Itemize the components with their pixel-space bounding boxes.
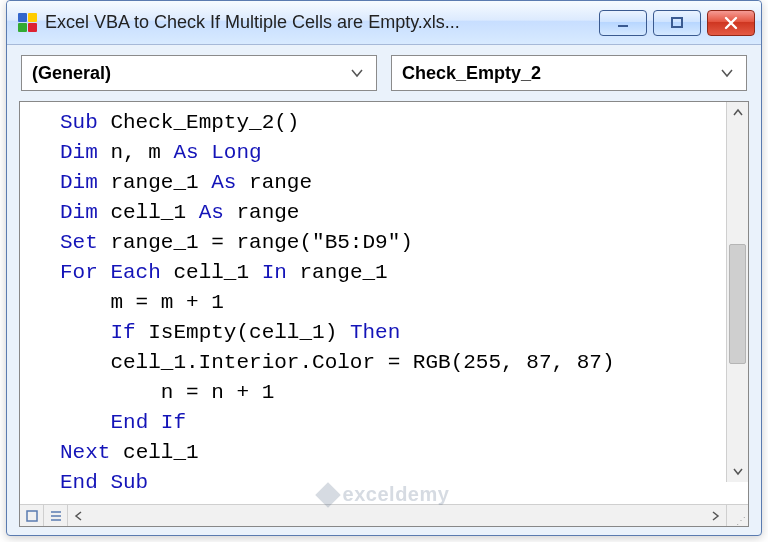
procedure-view-icon[interactable]	[20, 505, 44, 527]
procedure-combo-text: Check_Empty_2	[402, 63, 541, 84]
minimize-icon	[615, 15, 631, 31]
vertical-scroll-track[interactable]	[727, 124, 748, 460]
scroll-right-icon[interactable]	[704, 505, 726, 527]
code-editor[interactable]: Sub Check_Empty_2() Dim n, m As Long Dim…	[20, 102, 748, 504]
chevron-down-icon	[346, 60, 368, 86]
procedure-combo[interactable]: Check_Empty_2	[391, 55, 747, 91]
svg-rect-2	[27, 511, 37, 521]
vertical-scroll-thumb[interactable]	[729, 244, 746, 364]
window-title: Excel VBA to Check If Multiple Cells are…	[45, 12, 599, 33]
horizontal-scrollbar-row: ⋰	[20, 504, 748, 526]
close-icon	[724, 16, 738, 30]
dropdown-row: (General) Check_Empty_2	[7, 45, 761, 97]
close-button[interactable]	[707, 10, 755, 36]
code-inner[interactable]: Sub Check_Empty_2() Dim n, m As Long Dim…	[20, 102, 748, 504]
chevron-down-icon	[716, 60, 738, 86]
maximize-button[interactable]	[653, 10, 701, 36]
grip-icon: ⋰	[736, 518, 746, 524]
horizontal-scrollbar[interactable]	[68, 505, 726, 526]
scroll-left-icon[interactable]	[68, 505, 90, 527]
svg-rect-1	[672, 18, 682, 27]
object-combo[interactable]: (General)	[21, 55, 377, 91]
object-combo-text: (General)	[32, 63, 111, 84]
minimize-button[interactable]	[599, 10, 647, 36]
code-pane: Sub Check_Empty_2() Dim n, m As Long Dim…	[19, 101, 749, 527]
titlebar[interactable]: Excel VBA to Check If Multiple Cells are…	[7, 1, 761, 45]
app-icon	[17, 13, 37, 33]
vba-editor-window: Excel VBA to Check If Multiple Cells are…	[6, 0, 762, 536]
scroll-down-icon[interactable]	[727, 460, 748, 482]
svg-rect-0	[618, 25, 628, 27]
window-controls	[599, 10, 755, 36]
full-module-view-icon[interactable]	[44, 505, 68, 527]
vertical-scrollbar[interactable]	[726, 102, 748, 482]
maximize-icon	[669, 15, 685, 31]
horizontal-scroll-track[interactable]	[90, 505, 704, 526]
resize-grip[interactable]: ⋰	[726, 505, 748, 526]
scroll-up-icon[interactable]	[727, 102, 748, 124]
